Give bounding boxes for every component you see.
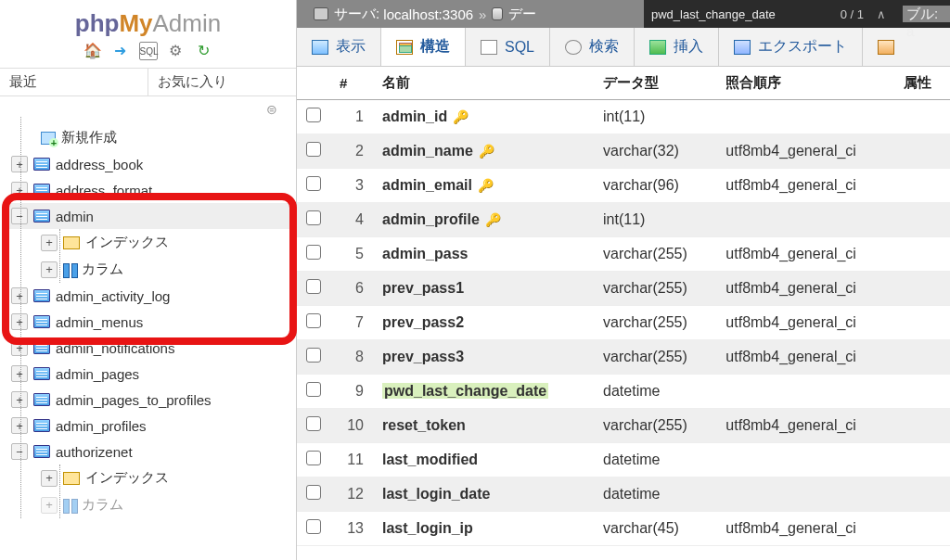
find-term[interactable]: pwd_last_change_date bbox=[651, 7, 831, 21]
tree-item-admin_notifications[interactable]: + admin_notifications bbox=[9, 335, 296, 361]
expand-icon[interactable]: + bbox=[11, 391, 28, 408]
row-checkbox[interactable] bbox=[306, 485, 321, 500]
row-checkbox[interactable] bbox=[306, 313, 321, 328]
tree-item-address_format[interactable]: + address_format bbox=[9, 177, 296, 203]
expand-icon[interactable]: + bbox=[41, 470, 58, 487]
logout-icon[interactable]: ➜ bbox=[111, 42, 130, 60]
row-checkbox[interactable] bbox=[306, 108, 321, 122]
table-row[interactable]: 7prev_pass2varchar(255)utf8mb4_general_c… bbox=[297, 306, 950, 340]
table-icon bbox=[33, 393, 50, 406]
tree-new[interactable]: 新規作成 bbox=[9, 124, 296, 151]
collapse-icon[interactable]: − bbox=[11, 208, 28, 224]
table-row[interactable]: 5admin_passvarchar(255)utf8mb4_general_c… bbox=[297, 237, 950, 272]
expand-icon[interactable]: + bbox=[41, 261, 58, 278]
collapse-icon[interactable]: − bbox=[11, 443, 28, 460]
new-table-icon bbox=[41, 132, 56, 145]
row-name[interactable]: admin_name🔑 bbox=[373, 134, 594, 169]
tree-admin-columns[interactable]: + カラム bbox=[39, 256, 296, 283]
table-row[interactable]: 8prev_pass3varchar(255)utf8mb4_general_c… bbox=[297, 340, 950, 375]
tree-item-admin_activity_log[interactable]: + admin_activity_log bbox=[9, 283, 296, 309]
row-checkbox[interactable] bbox=[306, 519, 321, 534]
table-icon bbox=[33, 158, 50, 171]
expand-icon[interactable]: + bbox=[11, 339, 28, 356]
row-type: varchar(255) bbox=[594, 237, 716, 272]
table-row[interactable]: 11last_modifieddatetime bbox=[297, 443, 950, 477]
expand-icon[interactable]: + bbox=[11, 417, 28, 434]
row-name[interactable]: admin_email🔑 bbox=[373, 169, 594, 203]
table-icon bbox=[33, 367, 50, 380]
row-type: int(11) bbox=[594, 203, 716, 237]
tab-insert[interactable]: 挿入 bbox=[635, 28, 719, 66]
table-row[interactable]: 6prev_pass1varchar(255)utf8mb4_general_c… bbox=[297, 272, 950, 306]
tree-item-address_book[interactable]: + address_book bbox=[9, 151, 296, 177]
settings-icon[interactable]: ⚙ bbox=[166, 42, 185, 60]
tree-authorizenet-columns[interactable]: + カラム bbox=[39, 491, 296, 518]
tab-favorites[interactable]: お気に入り bbox=[148, 69, 296, 95]
row-name[interactable]: last_login_ip bbox=[373, 512, 594, 546]
row-checkbox[interactable] bbox=[306, 416, 321, 431]
breadcrumb-tail[interactable]: ブル: a bbox=[903, 6, 950, 22]
database-icon bbox=[492, 7, 503, 20]
table-row[interactable]: 3admin_email🔑varchar(96)utf8mb4_general_… bbox=[297, 169, 950, 203]
table-row[interactable]: 10reset_tokenvarchar(255)utf8mb4_general… bbox=[297, 409, 950, 443]
tree-authorizenet-indexes[interactable]: + インデックス bbox=[39, 465, 296, 491]
row-name[interactable]: last_login_date bbox=[373, 477, 594, 512]
collapse-tree-icon[interactable]: ⊜ bbox=[0, 96, 296, 117]
expand-icon[interactable]: + bbox=[11, 156, 28, 172]
row-name[interactable]: admin_pass bbox=[373, 237, 594, 272]
breadcrumb-server-value[interactable]: localhost:3306 bbox=[383, 6, 473, 22]
tab-browse[interactable]: 表示 bbox=[297, 28, 381, 66]
table-row[interactable]: 13last_login_ipvarchar(45)utf8mb4_genera… bbox=[297, 512, 950, 546]
breadcrumb-db[interactable]: デー bbox=[508, 6, 536, 23]
expand-icon[interactable]: + bbox=[41, 235, 58, 251]
row-checkbox[interactable] bbox=[306, 279, 321, 294]
table-row[interactable]: 9pwd_last_change_datedatetime bbox=[297, 375, 950, 409]
table-row[interactable]: 12last_login_datedatetime bbox=[297, 477, 950, 512]
tree-admin-indexes[interactable]: + インデックス bbox=[39, 229, 296, 256]
row-name[interactable]: last_modified bbox=[373, 443, 594, 477]
table-row[interactable]: 1admin_id🔑int(11) bbox=[297, 100, 950, 134]
tree-item-admin_menus[interactable]: + admin_menus bbox=[9, 309, 296, 335]
row-name[interactable]: admin_profile🔑 bbox=[373, 203, 594, 237]
row-number: 13 bbox=[330, 512, 373, 546]
row-checkbox[interactable] bbox=[306, 245, 321, 260]
row-checkbox[interactable] bbox=[306, 210, 321, 225]
index-icon bbox=[63, 472, 80, 485]
row-checkbox[interactable] bbox=[306, 142, 321, 157]
row-type: varchar(255) bbox=[594, 306, 716, 340]
row-name[interactable]: admin_id🔑 bbox=[373, 100, 594, 134]
reload-icon[interactable]: ↻ bbox=[194, 42, 212, 60]
breadcrumb-sep: » bbox=[479, 6, 486, 22]
find-prev-icon[interactable]: ∧ bbox=[873, 7, 890, 21]
docs-icon[interactable]: SQL bbox=[139, 42, 158, 60]
tab-structure[interactable]: 構造 bbox=[381, 28, 466, 66]
tab-recent[interactable]: 最近 bbox=[0, 69, 148, 95]
expand-icon[interactable]: + bbox=[11, 287, 28, 304]
tree-item-admin[interactable]: − admin bbox=[9, 203, 296, 229]
tab-search[interactable]: 検索 bbox=[550, 28, 635, 66]
tab-export[interactable]: エクスポート bbox=[719, 28, 863, 66]
row-name[interactable]: prev_pass2 bbox=[373, 306, 594, 340]
expand-icon[interactable]: + bbox=[11, 313, 28, 330]
row-checkbox[interactable] bbox=[306, 348, 321, 363]
tree-item-admin_pages[interactable]: + admin_pages bbox=[9, 361, 296, 387]
row-name[interactable]: pwd_last_change_date bbox=[373, 375, 594, 409]
table-row[interactable]: 4admin_profile🔑int(11) bbox=[297, 203, 950, 237]
logo: phpMyAdmin bbox=[0, 0, 296, 42]
tab-sql[interactable]: SQL bbox=[466, 28, 550, 66]
expand-icon[interactable]: + bbox=[41, 497, 58, 514]
row-attr bbox=[894, 306, 950, 340]
expand-icon[interactable]: + bbox=[11, 365, 28, 382]
tree-item-admin_profiles[interactable]: + admin_profiles bbox=[9, 413, 296, 439]
row-checkbox[interactable] bbox=[306, 176, 321, 191]
table-row[interactable]: 2admin_name🔑varchar(32)utf8mb4_general_c… bbox=[297, 134, 950, 169]
tree-item-admin_pages_to_profiles[interactable]: + admin_pages_to_profiles bbox=[9, 387, 296, 413]
expand-icon[interactable]: + bbox=[11, 182, 28, 198]
row-name[interactable]: prev_pass3 bbox=[373, 340, 594, 375]
tree-item-authorizenet[interactable]: − authorizenet bbox=[9, 439, 296, 465]
home-icon[interactable]: 🏠 bbox=[83, 42, 102, 60]
row-name[interactable]: reset_token bbox=[373, 409, 594, 443]
row-checkbox[interactable] bbox=[306, 382, 321, 397]
row-checkbox[interactable] bbox=[306, 451, 321, 465]
row-name[interactable]: prev_pass1 bbox=[373, 272, 594, 306]
